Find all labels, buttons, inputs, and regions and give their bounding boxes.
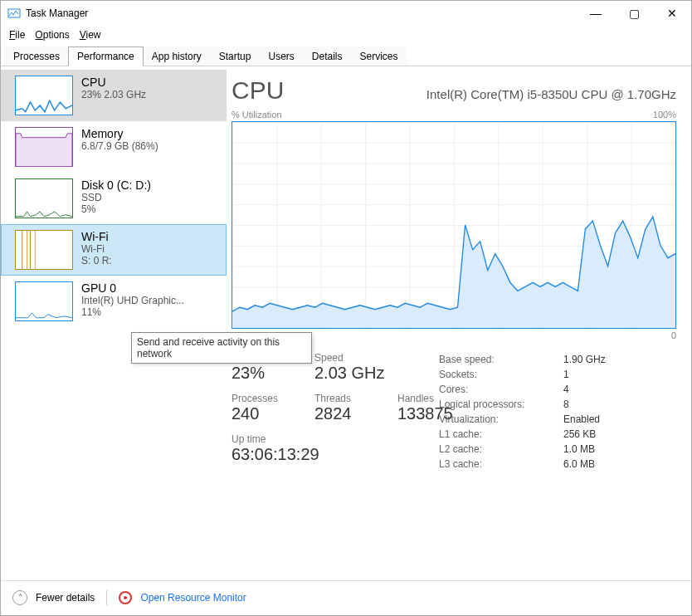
sidebar-item-wifi[interactable]: Wi-Fi Wi-Fi S: 0 R: bbox=[1, 224, 227, 276]
logical-value: 8 bbox=[563, 397, 676, 412]
maximize-button[interactable]: ▢ bbox=[615, 1, 653, 26]
tab-app-history[interactable]: App history bbox=[143, 46, 211, 66]
l2-label: L2 cache: bbox=[439, 442, 563, 457]
l1-label: L1 cache: bbox=[439, 427, 563, 442]
title-bar: Task Manager — ▢ ✕ bbox=[1, 1, 691, 26]
close-button[interactable]: ✕ bbox=[653, 1, 691, 26]
wifi-thumb-icon bbox=[15, 230, 73, 270]
window-title: Task Manager bbox=[26, 7, 577, 19]
svg-marker-1 bbox=[16, 134, 72, 167]
content-area: CPU 23% 2.03 GHz Memory 6.8/7.9 GB (86%)… bbox=[1, 66, 691, 580]
cpu-thumb-icon bbox=[15, 76, 73, 115]
tab-performance[interactable]: Performance bbox=[68, 46, 144, 66]
memory-thumb-icon bbox=[15, 127, 73, 167]
main-panel: CPU Intel(R) Core(TM) i5-8350U CPU @ 1.7… bbox=[227, 66, 691, 580]
tab-users[interactable]: Users bbox=[259, 46, 303, 66]
sidebar-disk-sub1: SSD bbox=[81, 192, 151, 203]
base-speed-label: Base speed: bbox=[439, 352, 563, 367]
processes-label: Processes bbox=[231, 393, 298, 404]
sidebar-gpu-title: GPU 0 bbox=[81, 281, 184, 295]
sidebar-cpu-sub: 23% 2.03 GHz bbox=[81, 89, 146, 100]
virt-value: Enabled bbox=[563, 412, 676, 427]
sidebar-memory-title: Memory bbox=[81, 127, 158, 140]
menu-view[interactable]: View bbox=[75, 27, 106, 42]
sidebar-item-cpu[interactable]: CPU 23% 2.03 GHz bbox=[1, 70, 227, 121]
divider bbox=[106, 590, 107, 605]
chevron-up-icon[interactable]: ˄ bbox=[12, 590, 27, 605]
l3-label: L3 cache: bbox=[439, 457, 563, 472]
main-subtitle: Intel(R) Core(TM) i5-8350U CPU @ 1.70GHz bbox=[426, 87, 676, 101]
footer-bar: ˄ Fewer details Open Resource Monitor bbox=[1, 580, 691, 614]
chart-label-0: 0 bbox=[671, 330, 676, 340]
cpu-chart[interactable] bbox=[231, 121, 676, 329]
sidebar-item-memory[interactable]: Memory 6.8/7.9 GB (86%) bbox=[1, 121, 227, 173]
menu-options[interactable]: Options bbox=[30, 27, 74, 42]
sidebar-wifi-sub2: S: 0 R: bbox=[81, 255, 112, 266]
minimize-button[interactable]: — bbox=[577, 1, 615, 26]
app-icon bbox=[7, 7, 21, 20]
logical-label: Logical processors: bbox=[439, 397, 563, 412]
menu-file[interactable]: File bbox=[4, 27, 30, 42]
stats-right: Base speed:1.90 GHz Sockets:1 Cores:4 Lo… bbox=[439, 352, 676, 474]
resource-monitor-icon bbox=[119, 591, 132, 604]
wifi-tooltip: Send and receive activity on this networ… bbox=[131, 332, 312, 364]
sidebar-disk-title: Disk 0 (C: D:) bbox=[81, 178, 151, 192]
speed-value: 2.03 GHz bbox=[314, 364, 384, 383]
virt-label: Virtualization: bbox=[439, 412, 563, 427]
speed-label: Speed bbox=[314, 352, 384, 364]
stats-section: Utilization 23% Speed 2.03 GHz Processes… bbox=[231, 352, 676, 474]
sidebar-disk-sub2: 5% bbox=[81, 203, 151, 215]
sockets-label: Sockets: bbox=[439, 367, 563, 382]
main-title: CPU bbox=[231, 76, 284, 105]
sidebar-wifi-title: Wi-Fi bbox=[81, 230, 112, 243]
menu-bar: File Options View bbox=[1, 26, 691, 43]
main-header: CPU Intel(R) Core(TM) i5-8350U CPU @ 1.7… bbox=[231, 76, 676, 105]
sidebar-memory-sub: 6.8/7.9 GB (86%) bbox=[81, 140, 158, 152]
sidebar-wifi-sub1: Wi-Fi bbox=[81, 243, 112, 255]
l2-value: 1.0 MB bbox=[563, 442, 676, 457]
processes-value: 240 bbox=[231, 404, 298, 423]
tab-bar: Processes Performance App history Startu… bbox=[1, 43, 691, 66]
chart-label-util: % Utilization bbox=[231, 110, 282, 120]
threads-value: 2824 bbox=[314, 404, 381, 423]
fewer-details-link[interactable]: Fewer details bbox=[36, 592, 95, 604]
open-resource-monitor-link[interactable]: Open Resource Monitor bbox=[140, 592, 246, 604]
uptime-label: Up time bbox=[231, 433, 319, 445]
performance-sidebar: CPU 23% 2.03 GHz Memory 6.8/7.9 GB (86%)… bbox=[1, 66, 227, 580]
stats-left: Utilization 23% Speed 2.03 GHz Processes… bbox=[231, 352, 439, 474]
gpu-thumb-icon bbox=[15, 281, 73, 321]
cores-label: Cores: bbox=[439, 382, 563, 397]
sidebar-cpu-title: CPU bbox=[81, 76, 146, 89]
sidebar-gpu-sub1: Intel(R) UHD Graphic... bbox=[81, 295, 184, 306]
tab-startup[interactable]: Startup bbox=[210, 46, 261, 66]
threads-label: Threads bbox=[314, 393, 381, 404]
sidebar-gpu-sub2: 11% bbox=[81, 306, 184, 318]
tab-processes[interactable]: Processes bbox=[4, 46, 69, 66]
sockets-value: 1 bbox=[563, 367, 676, 382]
uptime-value: 63:06:13:29 bbox=[231, 445, 319, 464]
l1-value: 256 KB bbox=[563, 427, 676, 442]
tab-services[interactable]: Services bbox=[351, 46, 407, 66]
base-speed-value: 1.90 GHz bbox=[563, 352, 676, 367]
utilization-value: 23% bbox=[231, 364, 298, 383]
disk-thumb-icon bbox=[15, 178, 73, 218]
chart-top-labels: % Utilization 100% bbox=[231, 110, 676, 120]
cores-value: 4 bbox=[563, 382, 676, 397]
chart-label-100: 100% bbox=[653, 110, 676, 120]
sidebar-item-gpu[interactable]: GPU 0 Intel(R) UHD Graphic... 11% bbox=[1, 276, 227, 327]
tab-details[interactable]: Details bbox=[303, 46, 352, 66]
sidebar-item-disk[interactable]: Disk 0 (C: D:) SSD 5% bbox=[1, 173, 227, 224]
l3-value: 6.0 MB bbox=[563, 457, 676, 472]
